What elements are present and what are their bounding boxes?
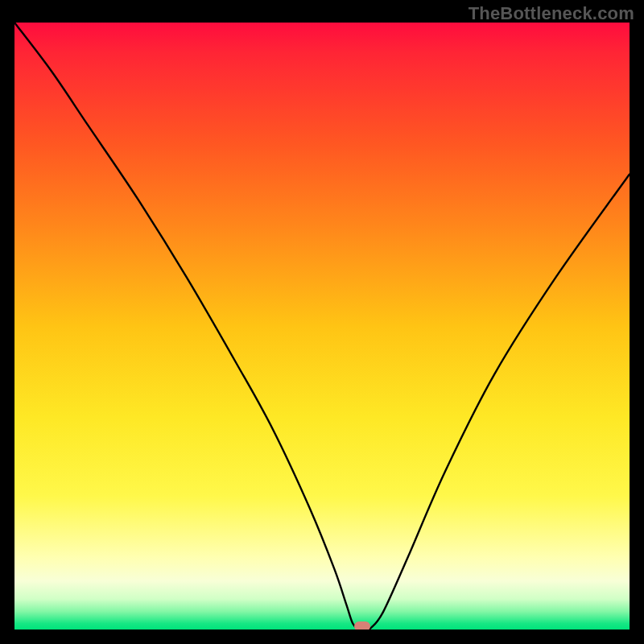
optimum-marker: [354, 621, 370, 630]
chart-frame: TheBottleneck.com: [0, 0, 644, 644]
bottleneck-curve: [14, 23, 630, 630]
watermark-label: TheBottleneck.com: [469, 3, 634, 24]
plot-area: [14, 23, 630, 630]
